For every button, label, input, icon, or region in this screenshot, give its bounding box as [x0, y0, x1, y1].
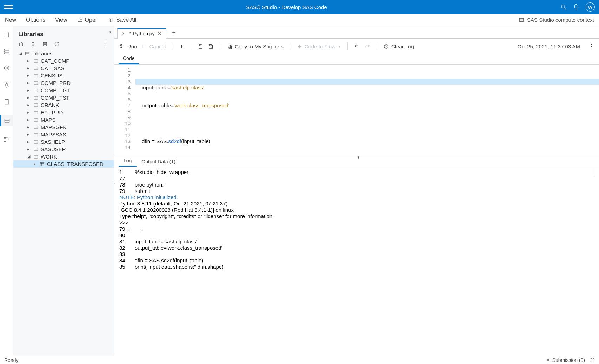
libraries-panel-title: Libraries — [13, 26, 114, 41]
new-tab-button[interactable]: + — [170, 28, 178, 37]
tab-output-data[interactable]: Output Data (1) — [137, 157, 180, 167]
library-icon — [33, 139, 39, 145]
search-icon[interactable] — [560, 4, 567, 10]
code-text: output_table= — [142, 102, 174, 108]
code-lines[interactable]: input_table='sashelp.class' output_table… — [135, 65, 599, 156]
svg-point-43 — [121, 44, 122, 46]
menu-options[interactable]: Options — [26, 17, 45, 23]
status-ready: Ready — [4, 357, 18, 363]
tree-item-work[interactable]: ◢WORK — [13, 153, 114, 160]
svg-rect-37 — [34, 148, 38, 151]
bell-icon[interactable] — [573, 4, 579, 10]
tree-root-libraries[interactable]: ◢ Libraries — [13, 50, 114, 57]
library-icon — [33, 132, 39, 137]
new-library-icon[interactable] — [18, 41, 24, 47]
menu-bar: New Options View Open Save All SAS Studi… — [0, 14, 599, 26]
menu-view[interactable]: View — [55, 17, 67, 23]
file-icon[interactable] — [3, 31, 10, 38]
target-icon[interactable] — [3, 65, 10, 72]
svg-rect-5 — [520, 20, 524, 21]
rail-libraries-active[interactable] — [0, 115, 13, 126]
tree-item-census[interactable]: ▸CENSUS — [13, 72, 114, 79]
expand-icon[interactable] — [590, 358, 595, 363]
library-icon — [33, 154, 39, 160]
svg-point-17 — [4, 141, 5, 142]
svg-rect-27 — [34, 74, 38, 77]
gear-icon[interactable] — [3, 81, 10, 88]
tree-item-comp-prd[interactable]: ▸COMP_PRD — [13, 79, 114, 87]
library-icon — [33, 117, 39, 123]
clear-log-button[interactable]: Clear Log — [383, 43, 414, 49]
tree-item-comp-tgt[interactable]: ▸COMP_TGT — [13, 87, 114, 94]
separator — [377, 42, 377, 50]
log-text: Type "help", "copyright", "credits" or "… — [119, 213, 274, 219]
undo-icon[interactable] — [354, 43, 360, 49]
tree-item-sasuser[interactable]: ▸SASUSER — [13, 146, 114, 153]
steps-icon[interactable] — [3, 48, 10, 55]
top-bar: SAS® Studio - Develop SAS Code W — [0, 0, 599, 14]
log-text: [GCC 8.4.1 20200928 (Red Hat 8.4.1-1)] o… — [119, 207, 234, 213]
svg-rect-8 — [4, 53, 9, 54]
refresh-icon[interactable] — [54, 41, 60, 47]
status-bar: Ready Submission (0) — [0, 356, 599, 364]
library-icon — [33, 88, 39, 93]
menu-save-all[interactable]: Save All — [108, 17, 137, 23]
code-text: 'work.class_transposed' — [174, 102, 229, 108]
code-to-flow-label: Code to Flow — [305, 43, 335, 49]
log-text: Python 3.8.11 (default, Oct 21 2021, 07:… — [119, 201, 228, 207]
collapse-output-icon[interactable]: ▼ — [357, 155, 360, 159]
tree-item-efi-prd[interactable]: ▸EFI_PRD — [13, 109, 114, 116]
log-line-no: 77 — [119, 175, 125, 181]
log-text: proc python; — [135, 182, 164, 188]
tree-label: COMP_TGT — [41, 87, 70, 93]
tree-item-mapssas[interactable]: ▸MAPSSAS — [13, 131, 114, 138]
library-icon — [33, 124, 39, 130]
table-icon — [39, 161, 45, 167]
plus-icon — [297, 43, 302, 49]
log-output[interactable]: 1 %studio_hide_wrapper; 77 78 proc pytho… — [114, 167, 599, 356]
user-avatar[interactable]: W — [586, 2, 595, 12]
log-line-no: 79 — [119, 226, 125, 232]
upload-icon[interactable] — [179, 43, 185, 49]
log-line-no: 85 — [119, 264, 125, 270]
code-editor[interactable]: 1234567 891011121314 input_table='sashel… — [114, 65, 599, 156]
delete-icon[interactable] — [30, 41, 36, 47]
code-text: dfin = SAS. — [142, 138, 168, 144]
log-line-no: 83 — [119, 251, 125, 257]
file-tab-python[interactable]: * Python.py ✕ — [117, 28, 166, 39]
tree-item-crank[interactable]: ▸CRANK — [13, 101, 114, 109]
svg-rect-20 — [43, 42, 46, 46]
redo-icon[interactable] — [364, 43, 370, 49]
tab-log[interactable]: Log — [119, 156, 137, 167]
properties-icon[interactable] — [42, 41, 48, 47]
more-actions-icon[interactable]: ⋮ — [588, 44, 594, 48]
more-options-icon[interactable]: ⋮ — [102, 42, 109, 46]
save-all-icon — [108, 17, 114, 23]
cancel-label: Cancel — [149, 43, 166, 49]
compute-context-label[interactable]: SAS Studio compute context — [527, 17, 594, 23]
hamburger-icon[interactable] — [4, 5, 13, 9]
submission-status[interactable]: Submission (0) — [546, 357, 585, 363]
tree-label: MAPSGFK — [41, 124, 66, 130]
tree-item-sashelp[interactable]: ▸SASHELP — [13, 138, 114, 146]
subtab-code[interactable]: Code — [119, 53, 139, 64]
tree-item-cat-sas[interactable]: ▸CAT_SAS — [13, 65, 114, 72]
tree-item-class-transposed[interactable]: ▸CLASS_TRANSPOSED — [13, 160, 114, 168]
tree-item-comp-tst[interactable]: ▸COMP_TST — [13, 94, 114, 101]
run-button[interactable]: Run — [119, 43, 137, 49]
menu-open[interactable]: Open — [77, 17, 99, 23]
git-icon[interactable] — [3, 136, 10, 143]
svg-rect-3 — [110, 19, 113, 22]
close-tab-icon[interactable]: ✕ — [158, 31, 162, 36]
collapse-panel-icon[interactable]: « — [108, 29, 111, 34]
save-icon[interactable] — [198, 43, 204, 49]
clipboard-icon[interactable] — [3, 98, 10, 105]
tree-item-mapsgfk[interactable]: ▸MAPSGFK — [13, 123, 114, 131]
log-line-no: 82 — [119, 245, 125, 251]
tree-item-cat-comp[interactable]: ▸CAT_COMP — [13, 57, 114, 65]
run-icon — [119, 43, 125, 49]
menu-new[interactable]: New — [5, 17, 16, 23]
save-as-icon[interactable] — [208, 43, 214, 49]
tree-item-maps[interactable]: ▸MAPS — [13, 116, 114, 123]
copy-to-snippets-button[interactable]: Copy to My Snippets — [227, 43, 283, 49]
